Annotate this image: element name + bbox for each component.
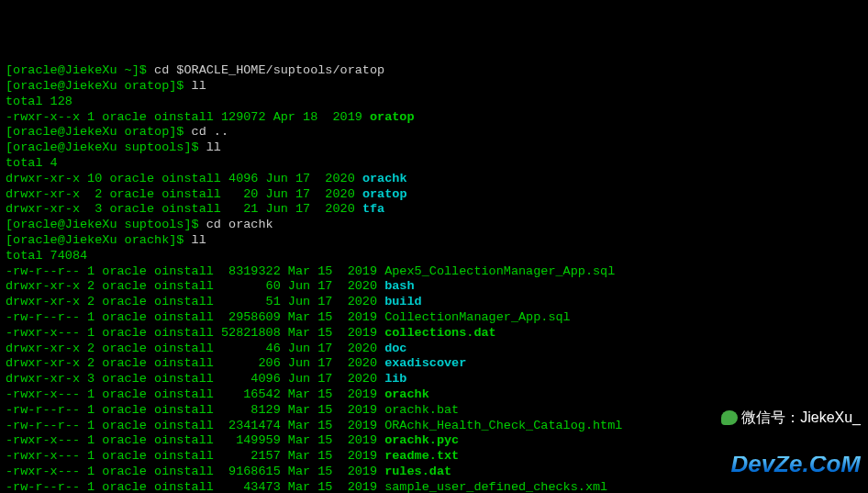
watermark-bottom: DevZe.CoM bbox=[721, 456, 861, 472]
watermark: 微信号：JiekeXu_ DevZe.CoM bbox=[721, 379, 861, 487]
watermark-top: 微信号：JiekeXu_ bbox=[741, 410, 861, 426]
wechat-icon bbox=[721, 410, 738, 425]
